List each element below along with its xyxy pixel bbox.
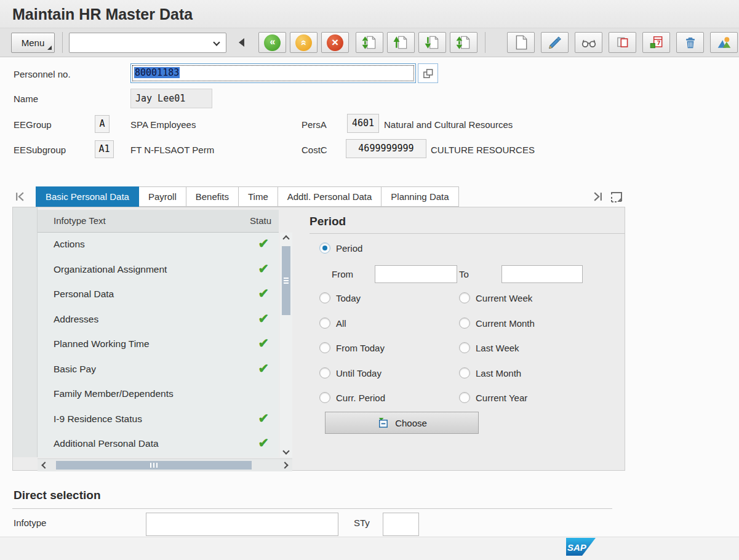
costc-text: CULTURE RESOURCES <box>431 145 535 155</box>
sap-logo: SAP <box>566 538 596 556</box>
display-button[interactable] <box>575 32 602 53</box>
radio-today[interactable] <box>319 292 330 303</box>
command-field[interactable] <box>69 33 226 53</box>
scroll-tabs-left-icon[interactable] <box>15 191 25 204</box>
direct-selection-divider <box>12 508 612 509</box>
delete-button[interactable] <box>676 32 704 53</box>
status-check-icon: ✔ <box>258 262 269 276</box>
radio-period-label: Period <box>336 243 362 254</box>
vertical-scrollbar-thumb[interactable] <box>282 246 290 315</box>
tab-benefits[interactable]: Benefits <box>186 186 239 207</box>
to-date-input[interactable] <box>501 265 583 283</box>
possible-entries-icon <box>422 68 434 79</box>
delimit-button[interactable]: 7 <box>642 32 670 53</box>
persa-text: Natural and Cultural Resources <box>384 119 513 130</box>
page-title: Maintain HR Master Data <box>0 0 739 23</box>
persa-label: PersA <box>302 119 327 130</box>
previous-record-icon <box>393 34 409 50</box>
radio-label: Last Week <box>476 343 519 353</box>
from-date-input[interactable] <box>375 265 457 283</box>
create-button[interactable] <box>507 32 535 53</box>
chevron-down-icon[interactable] <box>213 39 220 46</box>
exit-icon: « <box>295 34 312 51</box>
radio-from-today[interactable] <box>319 342 330 353</box>
vertical-scrollbar[interactable] <box>280 233 292 457</box>
tab-time[interactable]: Time <box>239 186 278 207</box>
expand-fullscreen-icon[interactable] <box>610 191 623 206</box>
table-row[interactable]: Basic Pay✔ <box>38 358 279 383</box>
tab-planning-data[interactable]: Planning Data <box>381 186 458 207</box>
scroll-left-icon[interactable] <box>42 463 47 468</box>
exit-button[interactable]: « <box>290 32 318 53</box>
cancel-button[interactable]: × <box>321 32 349 53</box>
row-selector-column[interactable] <box>13 207 38 457</box>
radio-current-year[interactable] <box>459 392 470 403</box>
status-check-icon: ✔ <box>258 436 269 450</box>
table-row[interactable]: Additional Personal Data✔ <box>38 432 279 457</box>
table-row[interactable]: Actions✔ <box>38 233 279 258</box>
collapse-toolbar-icon[interactable] <box>239 38 244 47</box>
radio-all[interactable] <box>319 318 330 329</box>
column-header-infotype-text[interactable]: Infotype Text <box>54 215 106 226</box>
table-row[interactable]: Family Member/Dependents <box>38 382 279 407</box>
last-record-button[interactable] <box>450 32 477 53</box>
radio-current-month[interactable] <box>459 318 470 329</box>
table-row[interactable]: Planned Working Time✔ <box>38 332 279 358</box>
infotype-text: Actions <box>54 239 85 250</box>
eesubgroup-value[interactable]: A1 <box>95 140 114 158</box>
radio-current-week[interactable] <box>459 292 470 303</box>
possible-entries-button[interactable] <box>418 63 438 83</box>
radio-curr-period[interactable] <box>319 392 330 403</box>
radio-last-month[interactable] <box>459 367 470 378</box>
horizontal-scrollbar[interactable] <box>38 458 292 471</box>
change-button[interactable] <box>541 32 569 53</box>
costc-value[interactable]: 4699999999 <box>346 139 426 158</box>
infotype-input[interactable] <box>146 513 338 536</box>
costc-label: CostC <box>302 145 327 155</box>
radio-last-week[interactable] <box>459 342 470 353</box>
choose-button[interactable]: Choose <box>325 412 479 434</box>
tab-basic-personal-data[interactable]: Basic Personal Data <box>36 186 139 207</box>
next-record-button[interactable] <box>418 32 446 53</box>
scroll-right-icon[interactable] <box>282 463 287 468</box>
table-row[interactable]: Personal Data✔ <box>38 282 279 308</box>
eegroup-value[interactable]: A <box>95 115 110 133</box>
table-row[interactable]: Organizational Assignment✔ <box>38 258 279 283</box>
previous-record-button[interactable] <box>387 32 415 53</box>
tab-addtl-personal-data[interactable]: Addtl. Personal Data <box>278 186 382 207</box>
radio-label: Current Month <box>476 318 535 329</box>
column-header-status[interactable]: Statu <box>250 215 271 226</box>
tab-strip: Basic Personal DataPayrollBenefitsTimeAd… <box>12 186 625 207</box>
radio-period[interactable] <box>319 242 330 254</box>
overview-mountains-icon <box>716 34 732 50</box>
personnel-no-input[interactable]: 80001183 <box>130 63 416 83</box>
eesubgroup-label: EESubgroup <box>14 145 66 155</box>
toolbar-separator <box>62 32 63 53</box>
scroll-down-icon[interactable] <box>284 449 289 454</box>
sty-input[interactable] <box>383 513 419 536</box>
table-row[interactable]: I-9 Residence Status✔ <box>38 407 279 433</box>
create-icon <box>513 34 529 50</box>
first-record-button[interactable] <box>356 32 383 53</box>
personnel-no-label: Personnel no. <box>14 69 71 79</box>
cancel-icon: × <box>327 34 343 51</box>
scroll-up-icon[interactable] <box>284 236 289 241</box>
persa-value[interactable]: 4601 <box>347 114 379 133</box>
choose-button-label: Choose <box>395 418 427 428</box>
infotype-table-body: Actions✔Organizational Assignment✔Person… <box>38 233 279 457</box>
back-button[interactable]: « <box>258 32 286 53</box>
direct-selection-heading: Direct selection <box>14 489 101 502</box>
status-check-icon: ✔ <box>258 311 269 326</box>
menu-button[interactable]: Menu <box>11 33 55 53</box>
command-input[interactable] <box>72 35 207 50</box>
table-row[interactable]: Addresses✔ <box>38 308 279 333</box>
period-divider <box>310 233 625 234</box>
infotype-label: Infotype <box>14 518 46 528</box>
radio-until-today[interactable] <box>319 367 330 378</box>
to-label: To <box>459 269 469 279</box>
overview-button[interactable] <box>710 32 738 53</box>
copy-button[interactable] <box>609 32 636 53</box>
tab-payroll[interactable]: Payroll <box>139 186 186 207</box>
horizontal-scrollbar-thumb[interactable] <box>56 461 252 470</box>
scroll-tabs-right-icon[interactable] <box>593 191 603 204</box>
